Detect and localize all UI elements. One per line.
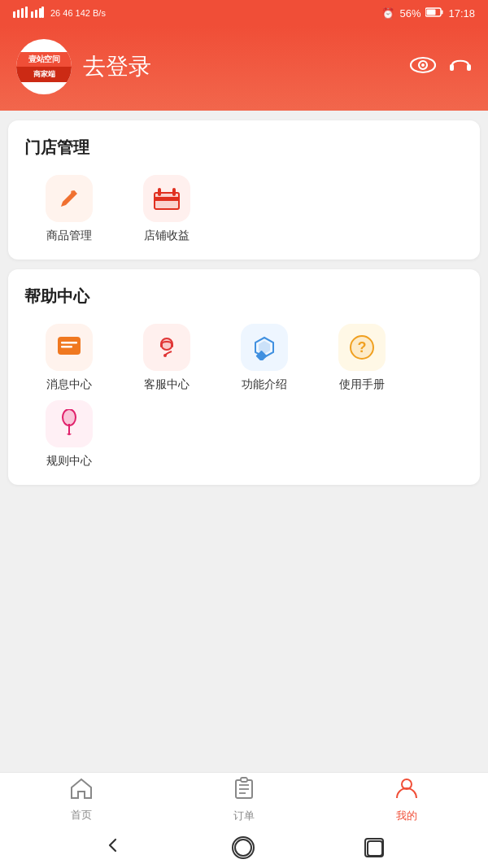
- rules-center-label: 规则中心: [46, 454, 92, 469]
- svg-rect-10: [427, 9, 436, 15]
- store-revenue-label: 店铺收益: [144, 229, 190, 243]
- clock-icon: ⏰: [381, 7, 394, 20]
- store-management-card: 门店管理 商品管理: [8, 120, 480, 260]
- recents-button[interactable]: [364, 838, 384, 857]
- nav-mine-label: 我的: [396, 809, 417, 823]
- nav-home[interactable]: 首页: [0, 773, 163, 827]
- svg-rect-27: [160, 343, 163, 347]
- svg-rect-20: [158, 188, 161, 196]
- svg-rect-0: [13, 11, 15, 18]
- home-icon: [70, 778, 93, 805]
- bottom-nav: 首页 订单 我的: [0, 772, 488, 827]
- headset-icon[interactable]: [449, 54, 472, 81]
- customer-service-label: 客服中心: [144, 377, 190, 392]
- battery-icon: [425, 7, 443, 20]
- app-logo: 壹站空间 商家端: [16, 39, 72, 94]
- status-data: 26 46 142 B/s: [50, 8, 106, 18]
- user-manual-icon-box: ?: [338, 324, 386, 371]
- svg-rect-5: [35, 10, 37, 18]
- product-management-label: 商品管理: [46, 229, 92, 243]
- customer-service-icon-box: [143, 324, 190, 371]
- store-revenue-icon-box: [143, 175, 190, 222]
- svg-text:?: ?: [358, 339, 367, 355]
- store-revenue-item[interactable]: 店铺收益: [122, 175, 211, 243]
- svg-rect-2: [21, 8, 24, 18]
- main-content: 门店管理 商品管理: [0, 111, 488, 772]
- svg-rect-7: [41, 7, 44, 18]
- feature-icon-box: [241, 324, 288, 371]
- message-icon-box: [46, 324, 93, 371]
- user-manual-item[interactable]: ? 使用手册: [317, 324, 407, 392]
- rules-icon-box: [46, 400, 93, 447]
- header-left: 壹站空间 商家端 去登录: [16, 39, 151, 94]
- help-center-card: 帮助中心 消息中心: [8, 269, 480, 485]
- system-nav-bar: [0, 827, 488, 868]
- rules-center-item[interactable]: 规则中心: [24, 400, 114, 469]
- svg-rect-14: [450, 64, 454, 71]
- svg-point-29: [163, 354, 167, 357]
- nav-orders-label: 订单: [233, 809, 255, 823]
- feature-intro-label: 功能介绍: [242, 377, 287, 392]
- svg-rect-28: [171, 343, 173, 347]
- eye-icon[interactable]: [410, 55, 436, 80]
- svg-rect-23: [61, 342, 77, 344]
- svg-rect-24: [61, 346, 72, 348]
- logo-bottom-text: 商家端: [16, 67, 72, 82]
- status-bar: 26 46 142 B/s ⏰ 56% 17:18: [0, 0, 488, 26]
- message-center-label: 消息中心: [46, 377, 92, 392]
- header-icons: [410, 54, 472, 81]
- status-right: ⏰ 56% 17:18: [381, 7, 475, 20]
- product-icon-box: [46, 175, 93, 222]
- back-button[interactable]: [104, 836, 122, 859]
- svg-point-45: [235, 840, 251, 856]
- nav-mine[interactable]: 我的: [325, 773, 488, 827]
- svg-rect-6: [39, 8, 41, 18]
- logo-top-text: 壹站空间: [16, 52, 72, 67]
- login-button[interactable]: 去登录: [83, 51, 151, 82]
- status-signal: [13, 7, 44, 20]
- home-system-button[interactable]: [232, 836, 255, 859]
- svg-rect-46: [368, 841, 382, 856]
- svg-rect-4: [31, 11, 33, 18]
- store-management-grid: 商品管理 店铺收益: [24, 175, 464, 243]
- nav-orders[interactable]: 订单: [163, 773, 325, 827]
- help-center-grid: 消息中心 客服中心: [24, 324, 464, 469]
- time: 17:18: [448, 7, 475, 20]
- svg-point-13: [421, 63, 425, 67]
- message-center-item[interactable]: 消息中心: [24, 324, 114, 392]
- nav-home-label: 首页: [71, 808, 92, 822]
- orders-icon: [234, 777, 254, 805]
- mine-icon: [395, 777, 418, 805]
- battery-percent: 56%: [399, 7, 420, 20]
- svg-rect-15: [467, 64, 471, 71]
- product-management-item[interactable]: 商品管理: [24, 175, 114, 243]
- help-center-title: 帮助中心: [24, 286, 464, 308]
- status-left: 26 46 142 B/s: [13, 7, 106, 20]
- svg-rect-43: [241, 778, 247, 782]
- customer-service-item[interactable]: 客服中心: [122, 324, 211, 392]
- user-manual-label: 使用手册: [339, 377, 385, 392]
- svg-rect-3: [25, 7, 28, 18]
- svg-rect-19: [155, 197, 179, 201]
- svg-rect-21: [172, 188, 176, 196]
- svg-rect-1: [17, 10, 20, 18]
- feature-intro-item[interactable]: 功能介绍: [220, 324, 309, 392]
- svg-rect-9: [442, 10, 443, 14]
- store-management-title: 门店管理: [24, 137, 464, 159]
